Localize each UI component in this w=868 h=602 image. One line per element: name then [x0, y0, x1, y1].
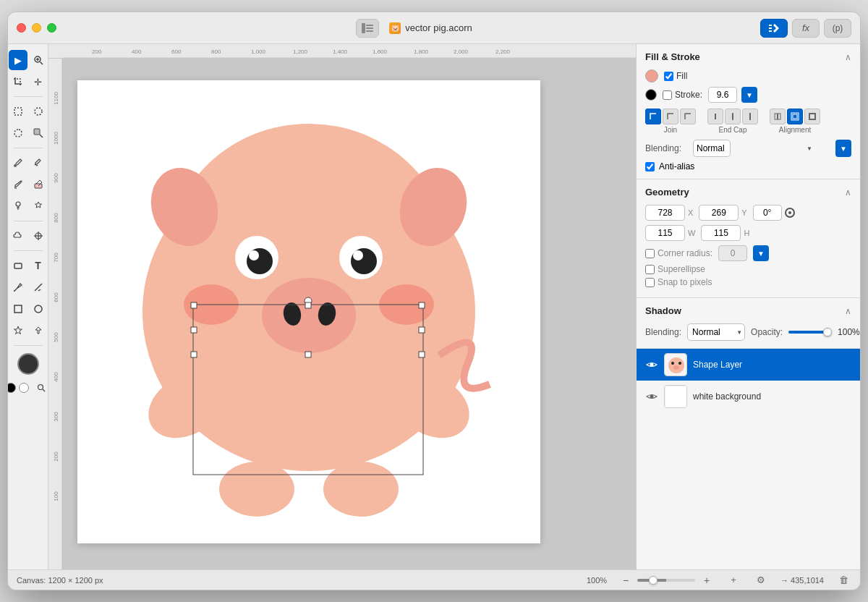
align-button-2[interactable]	[787, 109, 803, 124]
rotation-input[interactable]	[753, 205, 782, 221]
foreground-color-swatch[interactable]	[17, 353, 39, 375]
join-button-2[interactable]	[663, 109, 678, 124]
join-button-3[interactable]	[680, 109, 696, 124]
fx-button[interactable]: fx	[792, 19, 820, 38]
canvas-viewport[interactable]	[63, 59, 636, 569]
crop-tool[interactable]	[9, 72, 27, 92]
tools-panel-button[interactable]	[760, 19, 788, 38]
h-input[interactable]	[701, 225, 741, 241]
app-window: 🐷 vector pig.acorn fx (p) ▶	[7, 12, 861, 590]
svg-text:2,000: 2,000	[454, 48, 469, 55]
trash-button[interactable]: 🗑	[835, 573, 851, 588]
dodge-tool[interactable]	[29, 196, 48, 216]
stroke-checkbox-label[interactable]: Stroke:	[663, 90, 702, 100]
tool-group-10	[9, 277, 48, 297]
fg-color-option[interactable]	[8, 383, 16, 393]
shadow-blending-select[interactable]: Normal Multiply	[687, 323, 745, 341]
superellipse-checkbox[interactable]	[645, 265, 655, 274]
zoom-in-button[interactable]: +	[699, 573, 714, 588]
layer-item-shape[interactable]: Shape Layer	[637, 349, 860, 381]
add-layer-button[interactable]: +	[726, 573, 741, 588]
paint-bucket-tool[interactable]	[29, 153, 48, 173]
zoom-tool[interactable]	[29, 50, 48, 70]
minimize-button[interactable]	[32, 23, 41, 33]
svg-point-59	[353, 250, 363, 260]
corner-radius-dropdown[interactable]: ▼	[753, 245, 769, 261]
endcap-button-3[interactable]	[742, 109, 758, 124]
snap-checkbox[interactable]	[645, 278, 655, 287]
ellipse-select-tool[interactable]	[29, 101, 48, 122]
align-button-3[interactable]	[804, 109, 820, 124]
superellipse-label[interactable]: Superellipse	[645, 264, 705, 274]
y-input[interactable]	[699, 205, 739, 221]
blending-select[interactable]: Normal Multiply Screen Overlay	[693, 140, 731, 157]
svg-point-9	[35, 108, 42, 115]
shadow-chevron[interactable]: ∧	[845, 306, 851, 316]
script-button[interactable]: (p)	[824, 19, 851, 38]
settings-button[interactable]: ⚙	[753, 573, 769, 588]
star-tool[interactable]	[9, 321, 27, 341]
opacity-slider[interactable]	[788, 331, 832, 334]
fill-color-swatch[interactable]	[645, 69, 658, 82]
layer-item-background[interactable]: white background	[637, 381, 860, 412]
transform-tool[interactable]: ✛	[29, 72, 48, 92]
y-label: Y	[741, 208, 746, 217]
snap-label[interactable]: Snap to pixels	[645, 277, 712, 287]
join-label: Join	[664, 126, 677, 134]
w-input[interactable]	[645, 225, 685, 241]
exposure-tool[interactable]	[29, 226, 48, 246]
geometry-header: Geometry ∧	[645, 187, 851, 198]
alignment-group: Alignment	[770, 109, 820, 134]
layer-thumb-shape	[664, 353, 687, 376]
maximize-button[interactable]	[47, 23, 56, 33]
close-button[interactable]	[17, 23, 26, 33]
smudge-tool[interactable]	[9, 196, 27, 216]
brush-tool[interactable]	[9, 174, 27, 195]
align-button-1[interactable]	[770, 109, 786, 124]
rect-select-tool[interactable]	[9, 101, 27, 122]
magic-wand-tool[interactable]	[29, 123, 48, 143]
stroke-checkbox[interactable]	[663, 90, 672, 100]
corner-radius-checkbox[interactable]	[645, 249, 655, 258]
stroke-value-input[interactable]	[708, 87, 737, 103]
select-tool[interactable]: ▶	[9, 50, 27, 70]
eraser-tool[interactable]	[29, 174, 48, 195]
endcap-group: End Cap	[707, 109, 758, 134]
arrow-tool[interactable]	[29, 321, 48, 341]
fill-checkbox[interactable]	[664, 72, 673, 81]
stroke-dropdown-button[interactable]: ▼	[741, 87, 757, 103]
pen-tool[interactable]	[9, 277, 27, 297]
antialias-checkbox[interactable]	[645, 162, 655, 171]
canvas-area[interactable]: 200 400 600 800 1,000 1,200 1,400 1,600 …	[48, 44, 636, 569]
rotation-handle[interactable]	[785, 208, 795, 218]
layer-eye-shape[interactable]	[645, 358, 658, 371]
fill-stroke-chevron[interactable]: ∧	[845, 52, 851, 62]
bg-color-option[interactable]	[19, 383, 29, 393]
join-button-1[interactable]	[645, 109, 661, 124]
vector-ellipse-tool[interactable]	[29, 299, 48, 319]
tool-group-9: T	[9, 255, 48, 276]
layer-eye-background[interactable]	[645, 390, 658, 403]
line-tool[interactable]	[29, 277, 48, 297]
fill-checkbox-label[interactable]: Fill	[664, 71, 687, 81]
zoom-slider[interactable]	[637, 579, 695, 582]
stroke-color-swatch[interactable]	[645, 89, 657, 101]
svg-text:600: 600	[53, 292, 59, 302]
geometry-chevron[interactable]: ∧	[845, 187, 851, 198]
zoom-out-button[interactable]: −	[618, 573, 633, 588]
corner-radius-input[interactable]	[718, 245, 747, 261]
sidebar-toggle-button[interactable]	[356, 19, 379, 38]
text-tool[interactable]: T	[29, 255, 48, 276]
cloud-shape-tool[interactable]	[9, 226, 27, 246]
blending-dropdown-button[interactable]: ▼	[835, 140, 851, 157]
vector-rect-tool[interactable]	[9, 299, 27, 319]
endcap-button-1[interactable]	[707, 109, 723, 124]
endcap-button-2[interactable]	[725, 109, 741, 124]
x-input[interactable]	[645, 205, 685, 221]
rect-shape-tool[interactable]	[9, 255, 27, 276]
eyedropper-tool[interactable]	[9, 153, 27, 173]
title-bar-center: 🐷 vector pig.acorn	[68, 19, 760, 38]
lasso-tool[interactable]	[9, 123, 27, 143]
corner-radius-checkbox-label[interactable]: Corner radius:	[645, 248, 712, 258]
magnify-tool[interactable]	[32, 378, 49, 398]
